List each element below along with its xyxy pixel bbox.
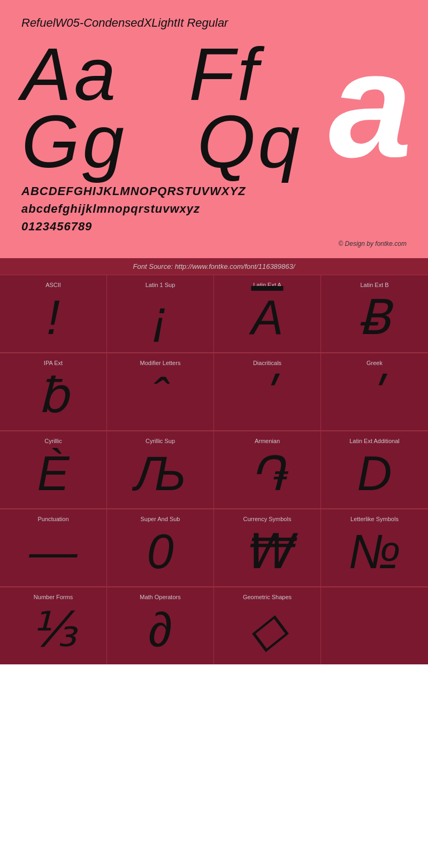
char-cyrillicsup: Љ (135, 449, 186, 498)
char-row-4: Punctuation — Super And Sub 0 Currency S… (0, 509, 428, 587)
cell-currencysymbols: Currency Symbols ₩ (214, 509, 321, 587)
cell-greek: Greek ʹ (321, 353, 428, 431)
cell-cyrillic: Cyrillic È (0, 431, 107, 509)
char-ascii: ! (47, 293, 60, 342)
cell-ascii: ASCII ! (0, 275, 107, 353)
cell-diacriticals: Diacriticals ʹ (214, 353, 321, 431)
char-letterlikesymbols: № (348, 528, 400, 576)
char-geometricshapes: ◇ (249, 606, 286, 654)
char-ipaext: ƀ (38, 371, 68, 420)
cell-numberforms: Number Forms ⅓ (0, 587, 107, 664)
alphabet-block: ABCDEFGHIJKLMNOPQRSTUVWXYZ abcdefghijklm… (21, 183, 407, 235)
char-numberforms: ⅓ (30, 606, 77, 654)
char-modifierletters: ˆ (152, 371, 169, 420)
char-row-3: Cyrillic È Cyrillic Sup Љ Armenian ֏ Lat… (0, 431, 428, 509)
char-cyrillic: È (37, 449, 69, 498)
cell-geometricshapes: Geometric Shapes ◇ (214, 587, 321, 664)
cell-superandsub: Super And Sub 0 (107, 509, 214, 587)
char-greek: ʹ (368, 371, 381, 420)
cell-mathoperators: Math Operators ∂ (107, 587, 214, 664)
label-ascii: ASCII (45, 282, 61, 288)
label-latinextb: Latin Ext B (360, 282, 388, 288)
label-diacriticals: Diacriticals (253, 360, 281, 366)
label-cyrillicsup: Cyrillic Sup (146, 438, 175, 444)
char-row-2: IPA Ext ƀ Modifier Letters ˆ Diacritical… (0, 353, 428, 431)
char-latin1sup: ¡ (152, 293, 169, 342)
char-Gg: Gg (21, 99, 127, 183)
cell-latinextadditional: Latin Ext Additional D (321, 431, 428, 509)
label-numberforms: Number Forms (34, 594, 73, 600)
char-superandsub: 0 (147, 528, 173, 576)
label-ipaext: IPA Ext (44, 360, 63, 366)
preview-section: RefuelW05-CondensedXLightIt Regular Aa F… (0, 0, 428, 258)
char-row-5: Number Forms ⅓ Math Operators ∂ Geometri… (0, 587, 428, 664)
char-currencysymbols: ₩ (243, 528, 291, 576)
cell-armenian: Armenian ֏ (214, 431, 321, 509)
char-mathoperators: ∂ (148, 606, 172, 654)
numbers-line: 0123456789 (21, 219, 407, 235)
char-latinexta: A (251, 293, 283, 342)
copyright: © Design by fontke.com (21, 240, 407, 247)
cell-latin1sup: Latin 1 Sup ¡ (107, 275, 214, 353)
label-mathoperators: Math Operators (140, 594, 180, 600)
cell-ipaext: IPA Ext ƀ (0, 353, 107, 431)
cell-modifierletters: Modifier Letters ˆ (107, 353, 214, 431)
source-line: Font Source: http://www.fontke.com/font/… (0, 258, 428, 275)
label-punctuation: Punctuation (37, 516, 68, 522)
char-grid-section: ASCII ! Latin 1 Sup ¡ Latin Ext A A Lati… (0, 275, 428, 664)
label-latinextadditional: Latin Ext Additional (349, 438, 400, 444)
cell-cyrillicsup: Cyrillic Sup Љ (107, 431, 214, 509)
char-armenian: ֏ (250, 449, 285, 498)
char-row-1: ASCII ! Latin 1 Sup ¡ Latin Ext A A Lati… (0, 275, 428, 353)
label-cyrillic: Cyrillic (44, 438, 62, 444)
label-greek: Greek (366, 360, 383, 366)
label-latinexta: Latin Ext A (253, 282, 281, 288)
big-a-char: a (328, 30, 412, 180)
char-punctuation: — (29, 528, 78, 576)
cell-latinextb: Latin Ext B Ƀ (321, 275, 428, 353)
label-letterlikesymbols: Letterlike Symbols (350, 516, 399, 522)
char-latinextadditional: D (357, 449, 392, 498)
cell-punctuation: Punctuation — (0, 509, 107, 587)
cell-letterlikesymbols: Letterlike Symbols № (321, 509, 428, 587)
char-diacriticals: ʹ (261, 371, 274, 420)
char-latinextb: Ƀ (358, 293, 391, 342)
label-armenian: Armenian (255, 438, 280, 444)
label-superandsub: Super And Sub (140, 516, 180, 522)
lowercase-line: abcdefghijklmnopqrstuvwxyz (21, 201, 407, 218)
label-modifierletters: Modifier Letters (140, 360, 181, 366)
cell-empty (321, 587, 428, 664)
label-geometricshapes: Geometric Shapes (243, 594, 292, 600)
label-currencysymbols: Currency Symbols (243, 516, 292, 522)
cell-latinexta: Latin Ext A A (214, 275, 321, 353)
label-latin1sup: Latin 1 Sup (146, 282, 175, 288)
char-Qq: Qq (197, 99, 302, 183)
